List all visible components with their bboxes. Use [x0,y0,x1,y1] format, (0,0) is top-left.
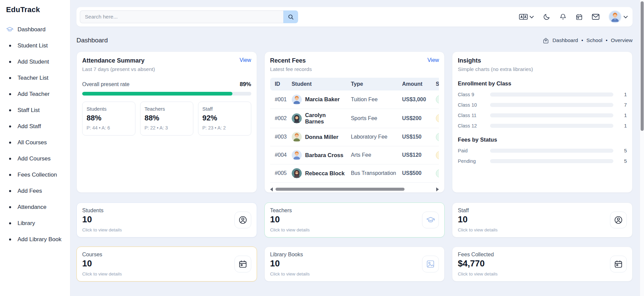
breadcrumb-dashboard[interactable]: Dashboard [552,37,578,43]
attendance-group-staff: Staff 92% P: 23 • A: 2 [198,102,251,136]
scroll-left-arrow[interactable] [270,187,273,191]
attendance-group-teachers: Teachers 88% P: 22 • A: 3 [140,102,193,136]
scrollbar-thumb[interactable] [276,188,405,191]
stat-card-staff[interactable]: Staff 10 Click to view details [452,202,633,237]
stat-card-library-books[interactable]: Library Books 10 Click to view details [264,247,445,282]
avatar [609,10,621,23]
sidebar-item-attendance[interactable]: Attendance [6,199,70,215]
bullet-icon [9,61,11,63]
sidebar-item-add-courses[interactable]: Add Courses [6,151,70,167]
card-title: Insights [458,57,533,64]
user-menu[interactable] [609,10,628,23]
table-row: #003 Donna Miller Laboratory Fee US$150 … [270,128,439,146]
card-subtitle: Simple charts (no extra libraries) [458,66,533,72]
sidebar-item-add-student[interactable]: Add Student [6,54,70,70]
bullet-icon [9,174,11,176]
card-subtitle: Last 7 days (present vs absent) [82,66,155,72]
breadcrumb-overview[interactable]: Overview [611,37,633,43]
bullet-icon [9,109,11,111]
bullet-icon [9,222,11,224]
bullet-icon [9,142,11,144]
search-icon [288,14,294,20]
breadcrumb-school[interactable]: School [586,37,602,43]
horizontal-scrollbar [270,187,439,191]
bullet-icon [9,190,11,192]
user-circle-icon [234,212,251,228]
sidebar-item-dashboard[interactable]: Dashboard [6,22,70,38]
fees-chart-title: Fees by Status [458,137,627,143]
mail-icon [592,13,600,20]
bullet-icon [9,45,11,47]
messages-button[interactable] [592,13,600,20]
sidebar-item-all-courses[interactable]: All Courses [6,135,70,151]
table-row: #004 Barbara Cross Arts Fee US$120 Pendi… [270,146,439,164]
bullet-icon [9,158,11,160]
scrollbar-track[interactable] [275,188,434,191]
table-row: #001 Marcia Baker Tuition Fee US$3,000 P… [270,90,439,109]
avatar [292,95,302,105]
chevron-down-icon [623,15,628,18]
bar-row: Class 9 1 [458,91,627,97]
sidebar-item-fees-collection[interactable]: Fees Collection [6,167,70,183]
sidebar-item-add-staff[interactable]: Add Staff [6,118,70,135]
status-badge: Pending [436,151,439,159]
stat-card-fees-collected[interactable]: Fees Collected $4,770 Click to view deta… [452,247,633,282]
sidebar-item-add-teacher[interactable]: Add Teacher [6,86,70,102]
page-title: Dashboard [76,37,108,44]
stat-card-courses[interactable]: Courses 10 Click to view details [76,247,257,282]
sidebar-item-teacher-list[interactable]: Teacher List [6,70,70,86]
graduation-cap-icon [6,26,13,33]
overall-rate-label: Overall present rate [82,81,130,87]
sidebar-item-add-fees[interactable]: Add Fees [6,183,70,199]
sidebar-item-student-list[interactable]: Student List [6,38,70,54]
sidebar: EduTrack Dashboard Student List Add Stud… [0,0,70,296]
fees-view-link[interactable]: View [427,57,439,63]
fees-table: ID Student Type Amount Status #001 Marci… [270,78,439,183]
stat-card-teachers[interactable]: Teachers 10 Click to view details [264,202,445,237]
attendance-group-students: Students 88% P: 44 • A: 6 [82,102,135,136]
status-badge: Paid [436,95,439,104]
sidebar-item-label: Dashboard [18,26,45,33]
sidebar-menu: Dashboard Student List Add Student Teach… [6,22,70,248]
bar-row: Class 10 7 [458,102,627,108]
fees-table-viewport: ID Student Type Amount Status #001 Marci… [270,78,439,183]
sidebar-item-library[interactable]: Library [6,215,70,231]
dark-mode-toggle[interactable] [543,13,550,21]
bar-row: Paid 5 [458,148,627,153]
sidebar-item-add-library-book[interactable]: Add Library Book [6,231,70,248]
enrollment-chart-title: Enrollment by Class [458,80,627,87]
card-title: Attendance Summary [82,57,155,64]
table-row: #002 Carolyn Barnes Sports Fee US$200 Pe… [270,109,439,128]
language-selector[interactable] [519,13,534,21]
calendar-icon [576,13,583,21]
bullet-icon [9,125,11,127]
attendance-view-link[interactable]: View [239,57,251,63]
main-content: Dashboard Dashboard • School • Overview … [70,0,644,296]
bullet-icon [9,93,11,95]
vertical-scrollbar[interactable] [640,0,644,296]
table-row: #005 Rebecca Block Bus Transportation US… [270,164,439,182]
calendar-button[interactable] [576,13,583,21]
bullet-icon [9,206,11,208]
attendance-progress-bar [82,92,251,96]
recent-fees-card: Recent Fees Latest fee records View ID S… [264,51,445,193]
sidebar-item-staff-list[interactable]: Staff List [6,102,70,118]
avatar [292,132,302,142]
app-logo: EduTrack [6,5,70,14]
card-title: Recent Fees [270,57,312,64]
stat-card-students[interactable]: Students 10 Click to view details [76,202,257,237]
bar-row: Class 12 1 [458,123,627,128]
language-icon [519,13,528,21]
chevron-down-icon [529,15,534,18]
search-input[interactable] [80,10,283,23]
topbar [76,7,633,27]
search-button[interactable] [283,10,298,23]
moon-icon [543,13,550,21]
status-badge: Paid [436,133,439,141]
scroll-right-arrow[interactable] [436,187,439,191]
notifications-button[interactable] [559,13,567,21]
user-circle-icon [610,212,627,228]
insights-card: Insights Simple charts (no extra librari… [452,51,633,193]
scrollbar-thumb[interactable] [641,1,644,131]
bar-row: Pending 5 [458,158,627,164]
